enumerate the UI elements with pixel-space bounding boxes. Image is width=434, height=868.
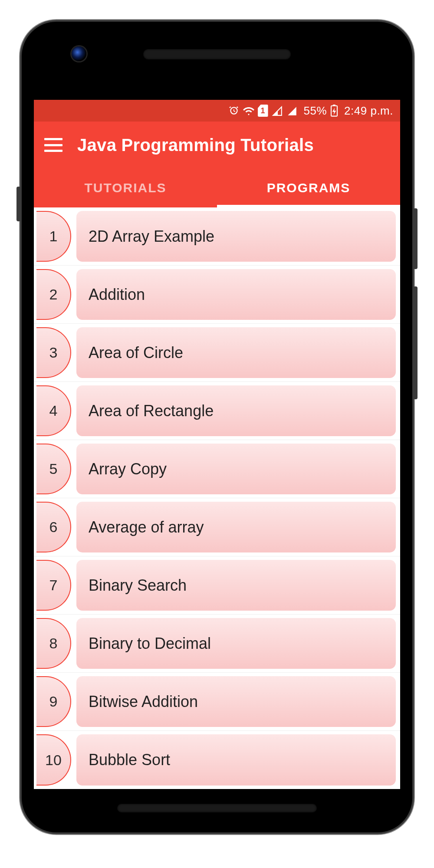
phone-bottom-hardware bbox=[22, 801, 412, 819]
signal-icon bbox=[272, 105, 283, 116]
svg-rect-1 bbox=[333, 105, 335, 106]
front-camera bbox=[72, 46, 86, 61]
list-item-title: Bitwise Addition bbox=[76, 676, 396, 727]
list-item-title: 2D Array Example bbox=[76, 211, 396, 262]
list-item-title: Binary Search bbox=[76, 560, 396, 611]
list-item-number: 7 bbox=[36, 560, 71, 611]
list-item[interactable]: 8Binary to Decimal bbox=[34, 615, 400, 673]
list-item-number: 10 bbox=[36, 734, 71, 786]
list-item-number: 9 bbox=[36, 676, 71, 727]
list-item[interactable]: 9Bitwise Addition bbox=[34, 673, 400, 731]
bottom-speaker bbox=[117, 804, 317, 812]
phone-top-hardware bbox=[22, 41, 412, 67]
status-icons: 1 55% 2:49 p.m. bbox=[228, 104, 393, 118]
list-item[interactable]: 2Addition bbox=[34, 266, 400, 324]
programs-list[interactable]: 12D Array Example2Addition3Area of Circl… bbox=[34, 207, 400, 789]
list-item[interactable]: 12D Array Example bbox=[34, 207, 400, 266]
sim-icon: 1 bbox=[258, 105, 268, 117]
earpiece-speaker bbox=[143, 49, 291, 59]
list-item-number: 8 bbox=[36, 618, 71, 669]
wifi-icon bbox=[243, 105, 254, 116]
list-item-title: Area of Circle bbox=[76, 327, 396, 378]
alarm-icon bbox=[228, 105, 240, 116]
clock-text: 2:49 p.m. bbox=[344, 104, 393, 118]
app-bar: Java Programming Tutorials bbox=[34, 122, 400, 168]
list-item-title: Bubble Sort bbox=[76, 734, 396, 786]
signal-icon bbox=[286, 105, 298, 116]
list-item-number: 4 bbox=[36, 385, 71, 436]
list-item[interactable]: 4Area of Rectangle bbox=[34, 382, 400, 440]
list-item-title: Addition bbox=[76, 269, 396, 320]
list-item-title: Area of Rectangle bbox=[76, 385, 396, 436]
tab-tutorials[interactable]: TUTORIALS bbox=[34, 168, 217, 207]
list-item-number: 2 bbox=[36, 269, 71, 320]
list-item-title: Array Copy bbox=[76, 444, 396, 494]
list-item[interactable]: 3Area of Circle bbox=[34, 324, 400, 382]
list-item-title: Binary to Decimal bbox=[76, 618, 396, 669]
tab-programs[interactable]: PROGRAMS bbox=[217, 168, 400, 207]
list-item[interactable]: 10Bubble Sort bbox=[34, 731, 400, 789]
list-item[interactable]: 7Binary Search bbox=[34, 556, 400, 615]
phone-side-button bbox=[413, 286, 418, 399]
tab-bar: TUTORIALS PROGRAMS bbox=[34, 168, 400, 207]
list-item-number: 1 bbox=[36, 211, 71, 262]
phone-frame: 1 55% 2:49 p.m. Java Programming Tutoria… bbox=[22, 22, 412, 832]
battery-text: 55% bbox=[304, 104, 327, 118]
status-bar: 1 55% 2:49 p.m. bbox=[34, 100, 400, 122]
list-item[interactable]: 6Average of array bbox=[34, 498, 400, 556]
list-item-number: 6 bbox=[36, 502, 71, 552]
battery-charging-icon bbox=[330, 105, 338, 117]
list-item-title: Average of array bbox=[76, 502, 396, 552]
screen: 1 55% 2:49 p.m. Java Programming Tutoria… bbox=[34, 100, 400, 789]
list-item[interactable]: 5Array Copy bbox=[34, 440, 400, 498]
list-item-number: 5 bbox=[36, 444, 71, 494]
app-title: Java Programming Tutorials bbox=[77, 135, 314, 155]
list-item-number: 3 bbox=[36, 327, 71, 378]
phone-side-button bbox=[16, 187, 21, 221]
phone-side-button bbox=[413, 208, 418, 269]
menu-icon[interactable] bbox=[44, 138, 62, 152]
